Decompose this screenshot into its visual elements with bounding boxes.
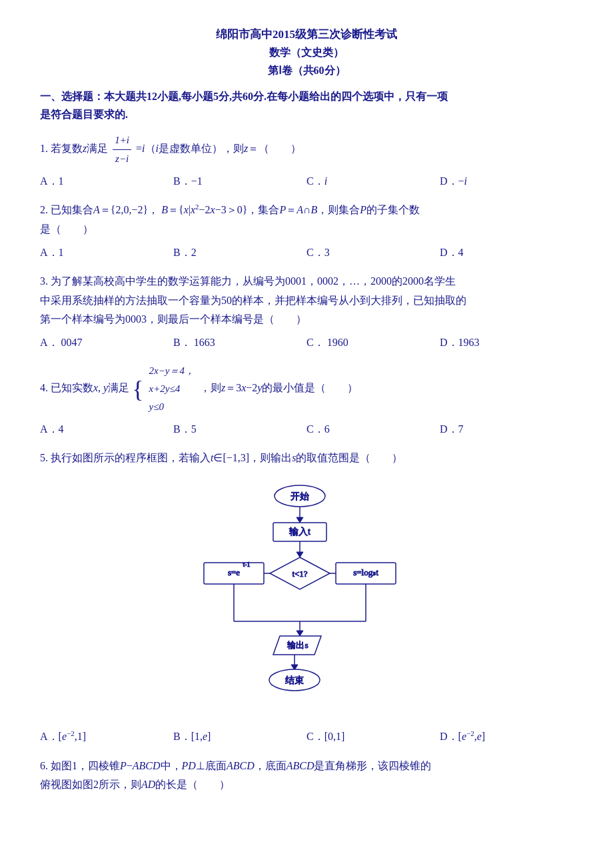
q4-text: 4. 已知实数x, y满足 { 2x−y＝4， x+2y≤4 y≤0 ，则z＝3… (40, 362, 573, 416)
q1-option-d: D．−i (440, 172, 573, 191)
main-title: 绵阳市高中2015级第三次诊断性考试 (40, 27, 573, 42)
q2-option-d: D．4 (440, 243, 573, 263)
q5-option-c: C．[0,1] (306, 727, 440, 747)
q4-options: A．4 B．5 C．6 D．7 (40, 420, 573, 439)
svg-text:t-1: t-1 (243, 561, 250, 568)
question-6: 6. 如图1，四棱锥P−ABCD中，PD⊥底面ABCD，底面ABCD是直角梯形，… (40, 757, 573, 795)
q5-text: 5. 执行如图所示的程序框图，若输入t∈[−1,3]，则输出s的取值范围是（ ） (40, 449, 573, 468)
q3-option-a: A． 0047 (40, 333, 173, 353)
q3-options: A． 0047 B． 1663 C． 1960 D．1963 (40, 333, 573, 353)
svg-marker-3 (297, 517, 303, 523)
q4-option-d: D．7 (440, 420, 573, 439)
subtitle: 数学（文史类） (40, 46, 573, 60)
q2-option-a: A．1 (40, 243, 173, 263)
question-4: 4. 已知实数x, y满足 { 2x−y＝4， x+2y≤4 y≤0 ，则z＝3… (40, 362, 573, 439)
q2-text: 2. 已知集合A＝{2,0,−2}， B＝{x|x2−2x−3＞0}，集合P＝A… (40, 201, 573, 239)
q4-option-a: A．4 (40, 420, 173, 439)
q3-option-b: B． 1663 (173, 333, 306, 353)
q5-option-d: D．[e−2,e] (440, 727, 573, 747)
q5-options: A．[e−2,1] B．[1,e] C．[0,1] D．[e−2,e] (40, 727, 573, 747)
svg-text:t<1?: t<1? (292, 569, 307, 579)
svg-text:s=log₃t: s=log₃t (353, 567, 378, 577)
svg-text:开始: 开始 (291, 491, 309, 501)
q4-option-b: B．5 (173, 420, 306, 439)
svg-marker-7 (297, 552, 303, 557)
q5-option-a: A．[e−2,1] (40, 727, 173, 747)
svg-text:结束: 结束 (285, 675, 304, 685)
svg-text:输入t: 输入t (289, 527, 310, 537)
q1-text: 1. 若复数z满足 1+i z−i =i（i是虚数单位），则z＝（ ） (40, 131, 573, 168)
svg-text:输出s: 输出s (287, 640, 308, 650)
question-1: 1. 若复数z满足 1+i z−i =i（i是虚数单位），则z＝（ ） A．1 … (40, 131, 573, 191)
section-intro: 一、选择题：本大题共12小题,每小题5分,共60分.在每小题给出的四个选项中，只… (40, 87, 573, 123)
svg-text:s=e: s=e (228, 567, 240, 577)
flowchart: 开始 输入t t<1? 是 否 (193, 481, 420, 715)
question-5: 5. 执行如图所示的程序框图，若输入t∈[−1,3]，则输出s的取值范围是（ ）… (40, 449, 573, 747)
q2-options: A．1 B．2 C．3 D．4 (40, 243, 573, 263)
q3-text: 3. 为了解某高校高中学生的数学运算能力，从编号为0001，0002，…，200… (40, 272, 573, 329)
question-3: 3. 为了解某高校高中学生的数学运算能力，从编号为0001，0002，…，200… (40, 272, 573, 353)
q1-option-b: B．−1 (173, 172, 306, 191)
q3-option-d: D．1963 (440, 333, 573, 353)
section-title: 第Ⅰ卷（共60分） (40, 64, 573, 78)
q5-option-b: B．[1,e] (173, 727, 306, 747)
page-container: 绵阳市高中2015级第三次诊断性考试 数学（文史类） 第Ⅰ卷（共60分） 一、选… (40, 27, 573, 795)
question-2: 2. 已知集合A＝{2,0,−2}， B＝{x|x2−2x−3＞0}，集合P＝A… (40, 201, 573, 263)
svg-marker-26 (297, 631, 303, 636)
q3-option-c: C． 1960 (306, 333, 440, 353)
q1-options: A．1 B．−1 C．i D．−i (40, 172, 573, 191)
q6-text: 6. 如图1，四棱锥P−ABCD中，PD⊥底面ABCD，底面ABCD是直角梯形，… (40, 757, 573, 795)
q2-option-b: B．2 (173, 243, 306, 263)
q1-option-a: A．1 (40, 172, 173, 191)
q1-option-c: C．i (306, 172, 440, 191)
q4-option-c: C．6 (306, 420, 440, 439)
q2-option-c: C．3 (306, 243, 440, 263)
